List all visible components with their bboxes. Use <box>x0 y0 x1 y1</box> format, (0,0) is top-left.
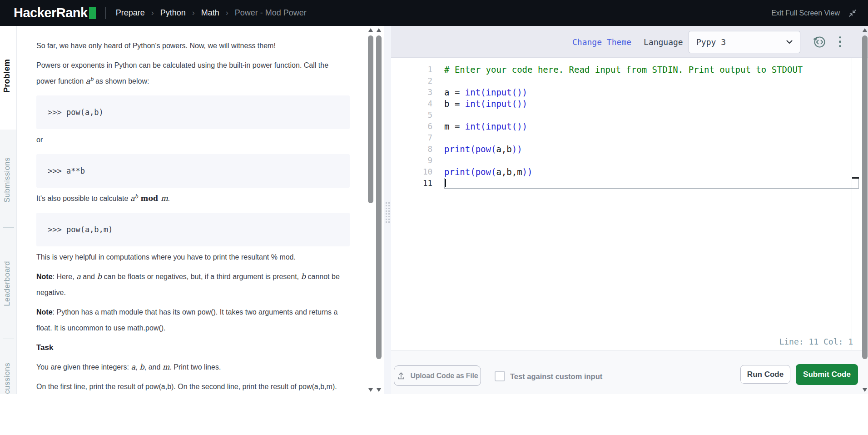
line-number: 9 <box>391 155 432 166</box>
text-segment: can be floats or negatives, but, if a th… <box>102 273 301 280</box>
breadcrumb-item[interactable]: Prepare <box>116 8 145 18</box>
kebab-menu-icon[interactable] <box>837 35 843 49</box>
scroll-down-arrow-icon[interactable] <box>863 388 867 392</box>
code-text: print(pow(a,b)) <box>432 144 522 155</box>
top-header: HackerRank Prepare›Python›Math›Power - M… <box>0 0 868 26</box>
upload-code-button[interactable]: Upload Code as File <box>394 365 481 386</box>
text-segment: Powers or exponents in Python can be cal… <box>36 61 328 85</box>
code-token: int(input()) <box>465 87 527 97</box>
text-segment: , and <box>144 363 163 371</box>
scroll-up-arrow-icon[interactable] <box>863 28 867 32</box>
resize-handle-dots-icon[interactable] <box>386 202 387 204</box>
math-var: a <box>86 77 90 85</box>
code-line[interactable]: 3a = int(input()) <box>391 87 868 98</box>
breadcrumb-item[interactable]: Math <box>201 8 219 18</box>
scrollbar-thumb[interactable] <box>376 35 382 359</box>
code-line[interactable]: 7 <box>391 132 868 144</box>
text-segment: On the first line, print the result of p… <box>36 383 337 390</box>
logo-green-block-icon <box>89 7 96 19</box>
run-code-button[interactable]: Run Code <box>740 365 790 384</box>
submit-code-button[interactable]: Submit Code <box>796 364 858 385</box>
rail: ProblemSubmissionsLeaderboardDiscussions <box>0 26 17 394</box>
scrollbar-thumb[interactable] <box>368 35 373 203</box>
header-right: Exit Full Screen View <box>771 9 857 18</box>
restore-history-icon[interactable] <box>811 34 828 50</box>
code-line[interactable]: 11 <box>391 178 868 189</box>
problem-code-block: >>> a**b <box>36 154 350 188</box>
scrollbar-thumb[interactable] <box>862 35 868 359</box>
exit-fullscreen-icon[interactable] <box>848 9 857 18</box>
text-segment: You are given three integers: <box>36 363 131 371</box>
line-number: 11 <box>391 178 432 189</box>
code-line[interactable]: 10print(pow(a,b,m)) <box>391 166 868 178</box>
scrollbar <box>862 26 868 394</box>
editor-pane: Change Theme Language Pypy 3 1# Enter yo… <box>391 26 868 394</box>
code-snippet-text: >>> pow(a,b,m) <box>36 225 113 234</box>
math-var: a <box>131 363 135 371</box>
scroll-down-arrow-icon[interactable] <box>368 388 373 392</box>
math-var: m <box>161 194 168 203</box>
line-number: 10 <box>391 166 432 178</box>
rail-divider <box>3 227 14 228</box>
problem-paragraph: It's also possible to calculate ab mod m… <box>36 190 350 206</box>
math-sup: b <box>135 193 138 200</box>
scroll-down-arrow-icon[interactable] <box>377 388 381 392</box>
rail-tab-submissions[interactable]: Submissions <box>3 157 12 203</box>
line-number: 7 <box>391 132 432 144</box>
problem-paragraph: Powers or exponents in Python can be cal… <box>36 57 350 89</box>
rail-tab-discussions[interactable]: Discussions <box>3 363 12 394</box>
code-token: a,b,m <box>496 167 522 177</box>
custom-input-checkbox[interactable] <box>495 371 505 381</box>
code-editor[interactable]: 1# Enter your code here. Read input from… <box>391 58 868 350</box>
problem-paragraph: This is very helpful in computations whe… <box>36 249 350 265</box>
code-line[interactable]: 5 <box>391 110 868 121</box>
language-label: Language <box>644 37 683 46</box>
code-token: )) <box>512 144 522 154</box>
rail-tab-problem[interactable]: Problem <box>2 59 12 93</box>
editor-footer: Upload Code as File Test against custom … <box>391 350 868 394</box>
code-line[interactable]: 9 <box>391 155 868 166</box>
text-segment: Note <box>36 273 53 280</box>
rail-tab-leaderboard[interactable]: Leaderboard <box>3 261 12 306</box>
math-var: a <box>130 194 135 203</box>
line-number: 2 <box>391 75 432 87</box>
active-line-cursor <box>444 178 859 189</box>
math-var: a <box>76 272 81 281</box>
code-token: # Enter your code here. Read input from … <box>444 65 803 75</box>
code-token: int(input()) <box>465 121 527 131</box>
language-select[interactable]: Pypy 3 <box>689 31 800 53</box>
change-theme-link[interactable]: Change Theme <box>572 37 631 46</box>
breadcrumb-item[interactable]: Python <box>160 8 186 18</box>
code-token: print(pow( <box>444 144 496 154</box>
code-line[interactable]: 1# Enter your code here. Read input from… <box>391 64 868 75</box>
math-var: b <box>139 363 144 371</box>
code-token: m = <box>444 121 465 131</box>
problem-code-block: >>> pow(a,b) <box>36 95 350 129</box>
code-text <box>432 132 444 144</box>
text-segment: Note <box>36 308 53 316</box>
problem-pane: So far, we have only heard of Python's p… <box>17 26 367 394</box>
chevron-down-icon <box>786 40 793 44</box>
code-line[interactable]: 6m = int(input()) <box>391 121 868 132</box>
text-segment: . <box>168 195 170 202</box>
code-token: a = <box>444 87 465 97</box>
rail-divider <box>3 339 14 339</box>
scroll-up-arrow-icon[interactable] <box>377 28 381 32</box>
scroll-up-arrow-icon[interactable] <box>368 28 373 32</box>
hackerrank-logo[interactable]: HackerRank <box>14 5 96 20</box>
code-line[interactable]: 8print(pow(a,b)) <box>391 144 868 155</box>
code-line[interactable]: 4b = int(input()) <box>391 98 868 110</box>
text-segment: , <box>135 363 139 371</box>
problem-paragraph: Note: Python has a math module that has … <box>36 304 350 336</box>
custom-input-label[interactable]: Test against custom input <box>510 372 602 381</box>
text-segment: So far, we have only heard of Python's p… <box>36 42 276 50</box>
breadcrumb-item[interactable]: Power - Mod Power <box>235 8 307 18</box>
code-line[interactable]: 2 <box>391 75 868 87</box>
line-number: 5 <box>391 110 432 121</box>
header-divider <box>105 7 106 19</box>
scrollbar-inner <box>367 26 374 394</box>
code-text <box>432 155 444 166</box>
math-var: b <box>301 272 306 281</box>
line-number: 8 <box>391 144 432 155</box>
exit-fullscreen-label[interactable]: Exit Full Screen View <box>771 9 840 17</box>
